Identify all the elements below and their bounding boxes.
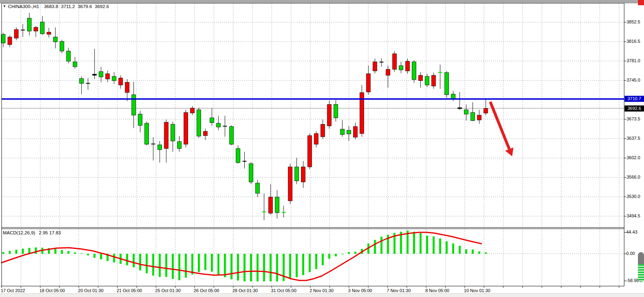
scrollbar-stripes (638, 264, 644, 282)
time-tick-label: 18 Oct 05:00 (39, 288, 65, 293)
ohlc-low: 3679.6 (78, 4, 92, 9)
macd-tick-label: -58.95 (626, 278, 639, 283)
macd-axis-labels: 44.430.00-58.95 (626, 230, 639, 283)
macd-signal-line (2, 232, 481, 280)
price-axis-labels: 3852.53816.53781.03745.03673.53637.53602… (627, 19, 640, 218)
time-tick-label: 10 Nov 01:30 (464, 288, 490, 293)
close-button[interactable] (638, 0, 644, 5)
price-tag-resistance: 3710.7 (625, 96, 644, 102)
time-axis-labels: 17 Oct 202218 Oct 05:0020 Oct 01:3021 Oc… (1, 288, 490, 293)
trading-terminal-window: 3852.53816.53781.03745.03673.53637.53602… (0, 0, 644, 297)
macd-name: MACD(12,26,9) (3, 230, 35, 235)
macd-histogram (2, 231, 487, 282)
time-tick-label: 31 Oct 05:00 (271, 288, 297, 293)
time-tick-label: 17 Oct 2022 (1, 288, 25, 293)
price-tick-label: 3781.0 (627, 58, 640, 63)
macd-indicator-label: MACD(12,26,9) 2.95 17.83 (3, 230, 61, 235)
ohlc-open: 3683.8 (44, 4, 58, 9)
grid (2, 3, 624, 286)
price-tick-label: 3530.0 (627, 194, 640, 199)
ohlc-close: 3692.6 (95, 4, 109, 9)
price-tick-label: 3494.5 (627, 213, 640, 218)
symbol-dropdown-icon[interactable]: ▼ (3, 4, 6, 8)
time-tick-label: 8 Nov 05:00 (425, 288, 449, 293)
symbol-name: CHINA300-,H1 (8, 4, 39, 9)
time-tick-label: 28 Oct 01:30 (232, 288, 258, 293)
ohlc-high: 3711.2 (61, 4, 75, 9)
price-tick-label: 3816.5 (627, 39, 640, 44)
time-tick-label: 21 Oct 05:00 (117, 288, 142, 293)
chart-title: ▼ CHINA300-,H1 3683.8 3711.2 3679.6 3692… (3, 4, 112, 9)
scrollbar-thumb[interactable] (638, 252, 644, 282)
price-tick-label: 3745.0 (627, 78, 640, 82)
price-tick-label: 3852.5 (627, 19, 640, 24)
time-tick-label: 26 Oct 05:00 (194, 288, 219, 293)
candlesticks (1, 13, 488, 220)
time-tick-label: 20 Oct 01:30 (78, 288, 104, 293)
price-tick-label: 3673.5 (627, 116, 640, 121)
macd-values: 2.95 17.83 (39, 230, 61, 235)
time-tick-label: 2 Nov 01:30 (309, 288, 333, 293)
time-tick-label: 25 Oct 01:30 (155, 288, 181, 293)
price-tag-current: 3692.6 (625, 105, 644, 112)
time-tick-label: 3 Nov 05:00 (348, 288, 372, 293)
chart-canvas[interactable]: 3852.53816.53781.03745.03673.53637.53602… (0, 0, 644, 297)
window-top-bar (0, 0, 644, 3)
price-tick-label: 3602.0 (627, 155, 640, 160)
price-tick-label: 3637.5 (627, 136, 640, 141)
chart-borders (1, 3, 624, 286)
window-bottom-bar (0, 293, 644, 297)
price-tick-label: 3566.0 (627, 175, 640, 179)
macd-tick-label: 0.00 (626, 251, 635, 256)
time-tick-label: 7 Nov 01:30 (387, 288, 411, 293)
axis-ticks (2, 22, 626, 288)
macd-tick-label: 44.43 (626, 230, 638, 234)
trend-arrow[interactable] (490, 102, 513, 156)
